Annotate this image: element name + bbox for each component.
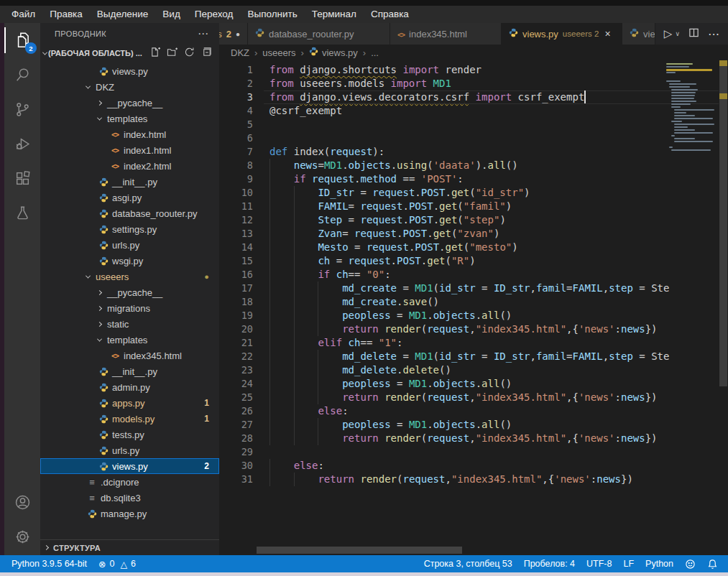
activity-explorer[interactable]: 2 <box>4 23 40 57</box>
close-icon[interactable]: × <box>604 28 610 40</box>
tree-item-manage-py[interactable]: manage.py <box>40 506 219 521</box>
code-line-5[interactable]: 5 <box>219 118 728 131</box>
tree-item--dcignore[interactable]: ≡.dcignore <box>40 474 219 490</box>
menu-вид[interactable]: Вид <box>155 6 187 23</box>
code-line-17[interactable]: 17 md_create = MD1(id_str = ID_str,famil… <box>219 282 728 295</box>
tree-item-index-html[interactable]: <>index.html <box>40 126 219 142</box>
tree-item-models-py[interactable]: models.py1 <box>40 411 219 427</box>
menu-переход[interactable]: Переход <box>188 6 241 23</box>
cursor-position-indicator[interactable]: Строка 3, столбец 53 <box>418 559 518 570</box>
tree-item-db-sqlite3[interactable]: ≡db.sqlite3 <box>40 490 219 506</box>
run-dropdown-chevron-icon[interactable]: ∨ <box>675 30 680 37</box>
tree-item-admin-py[interactable]: admin.py <box>40 379 219 395</box>
code-line-18[interactable]: 18 md_create.save() <box>219 295 728 309</box>
split-editor-icon[interactable] <box>688 27 699 41</box>
run-python-file-icon[interactable]: ▷ <box>664 27 673 40</box>
tree-item-tests-py[interactable]: tests.py <box>40 427 219 442</box>
workspace-section-header[interactable]: (РАБОЧАЯ ОБЛАСТЬ) ... <box>40 45 219 62</box>
tree-item-views-py[interactable]: views.py2 <box>40 458 219 474</box>
code-line-15[interactable]: 15 ch = request.POST.get("R") <box>219 254 728 268</box>
tree-item-index1-html[interactable]: <>index1.html <box>40 142 219 158</box>
menu-файл[interactable]: Файл <box>4 6 42 23</box>
problems-indicator[interactable]: ⊗ 0 △ 6 <box>93 559 142 570</box>
code-line-22[interactable]: 22 md_delete = MD1(id_str = ID_str,famil… <box>219 350 728 363</box>
tree-item-apps-py[interactable]: apps.py1 <box>40 395 219 411</box>
outline-section-header[interactable]: СТРУКТУРА <box>40 539 219 555</box>
menu-правка[interactable]: Правка <box>42 6 90 23</box>
activity-search[interactable] <box>4 57 40 92</box>
code-line-26[interactable]: 26 else: <box>219 404 728 418</box>
eol-indicator[interactable]: LF <box>617 559 640 570</box>
code-line-12[interactable]: 12 Step = request.POST.get("step") <box>219 213 728 227</box>
tab-vie[interactable]: vie <box>622 23 655 45</box>
activity-source-control[interactable] <box>4 92 40 126</box>
vertical-scrollbar-thumb[interactable] <box>719 62 727 386</box>
language-mode-indicator[interactable]: Python <box>640 559 679 570</box>
tree-item-useeers[interactable]: useeers● <box>40 269 219 284</box>
code-line-9[interactable]: 9 if request.method == 'POST': <box>219 172 728 186</box>
tree-item--pycache-[interactable]: __pycache__ <box>40 284 219 300</box>
tab-index345-html[interactable]: <>index345.html <box>390 23 502 45</box>
code-line-4[interactable]: 4@csrf_exempt <box>219 104 728 118</box>
python-interpreter-indicator[interactable]: Python 3.9.5 64-bit <box>6 559 93 570</box>
code-line-21[interactable]: 21 elif ch== "1": <box>219 336 728 350</box>
tree-item-index2-html[interactable]: <>index2.html <box>40 158 219 174</box>
horizontal-scrollbar-thumb[interactable] <box>257 547 462 554</box>
code-line-11[interactable]: 11 FAMIL= request.POST.get("famil") <box>219 200 728 213</box>
activity-testing[interactable] <box>4 195 40 230</box>
feedback-icon[interactable] <box>679 559 701 570</box>
code-line-24[interactable]: 24 peopless = MD1.objects.all() <box>219 377 728 391</box>
tab-diiits[interactable]: diiits2● <box>219 23 248 45</box>
collapse-all-icon[interactable] <box>201 47 212 60</box>
breadcrumb-item-useeers[interactable]: useeers <box>262 47 295 58</box>
breadcrumb-item-dkz[interactable]: DKZ <box>231 47 249 58</box>
indentation-indicator[interactable]: Пробелов: 4 <box>518 559 581 570</box>
tree-item--init-py[interactable]: __init__.py <box>40 174 219 190</box>
tree-item-templates[interactable]: templates <box>40 111 219 126</box>
breadcrumb-item--[interactable]: ... <box>371 47 379 58</box>
tree-item-urls-py[interactable]: urls.py <box>40 237 219 253</box>
code-area[interactable]: 1from django.shortcuts import render2fro… <box>219 60 728 555</box>
tree-item-dkz[interactable]: DKZ <box>40 79 219 95</box>
dirty-dot-icon[interactable]: ● <box>236 30 240 38</box>
code-line-3[interactable]: 3from django.views.decorators.csrf impor… <box>219 90 728 104</box>
tree-item--pycache-[interactable]: __pycache__ <box>40 95 219 111</box>
tree-item--init-py[interactable]: __init__.py <box>40 363 219 379</box>
menu-выполнить[interactable]: Выполнить <box>240 6 304 23</box>
encoding-indicator[interactable]: UTF-8 <box>581 559 617 570</box>
tree-item-database-roouter-py[interactable]: database_roouter.py <box>40 205 219 221</box>
menu-выделение[interactable]: Выделение <box>90 6 156 23</box>
code-line-30[interactable]: 30 else: <box>219 459 728 473</box>
new-folder-icon[interactable] <box>167 47 178 60</box>
tree-item-static[interactable]: static <box>40 316 219 332</box>
refresh-icon[interactable] <box>184 47 195 60</box>
code-line-16[interactable]: 16 if ch== "0": <box>219 268 728 282</box>
tab-views-py[interactable]: views.pyuseeers 2× <box>502 23 622 45</box>
minimap[interactable] <box>666 63 718 152</box>
code-line-2[interactable]: 2from useeers.models import MD1 <box>219 77 728 90</box>
menu-терминал[interactable]: Терминал <box>305 6 364 23</box>
tree-item-index345-html[interactable]: <>index345.html <box>40 348 219 363</box>
code-line-10[interactable]: 10 ID_str = request.POST.get("id_str") <box>219 186 728 200</box>
new-file-icon[interactable] <box>149 47 160 60</box>
code-line-20[interactable]: 20 return render(request,"index345.html"… <box>219 322 728 336</box>
tree-item-settings-py[interactable]: settings.py <box>40 221 219 237</box>
activity-settings[interactable] <box>4 519 40 554</box>
code-line-19[interactable]: 19 peopless = MD1.objects.all() <box>219 309 728 322</box>
code-line-31[interactable]: 31 return render(request,"index345.html"… <box>219 473 728 486</box>
vertical-scrollbar[interactable] <box>719 60 728 555</box>
code-line-28[interactable]: 28 return render(request,"index345.html"… <box>219 432 728 445</box>
tree-item-migrations[interactable]: migrations <box>40 300 219 316</box>
tab-database-roouter-py[interactable]: database_roouter.py <box>248 23 390 45</box>
breadcrumb-item-views-py[interactable]: views.py <box>309 47 358 58</box>
code-line-14[interactable]: 14 Mesto = request.POST.get("mesto") <box>219 241 728 254</box>
activity-run-and-debug[interactable] <box>4 126 40 161</box>
tree-item-wsgi-py[interactable]: wsgi.py <box>40 253 219 269</box>
code-line-13[interactable]: 13 Zvan= request.POST.get("zvan") <box>219 227 728 241</box>
tree-item-urls-py[interactable]: urls.py <box>40 442 219 458</box>
tree-item-templates[interactable]: templates <box>40 332 219 348</box>
tree-item-views-py[interactable]: views.py <box>40 63 219 79</box>
code-line-1[interactable]: 1from django.shortcuts import render <box>219 63 728 77</box>
code-line-7[interactable]: 7def index(request): <box>219 145 728 159</box>
menu-справка[interactable]: Справка <box>364 6 416 23</box>
